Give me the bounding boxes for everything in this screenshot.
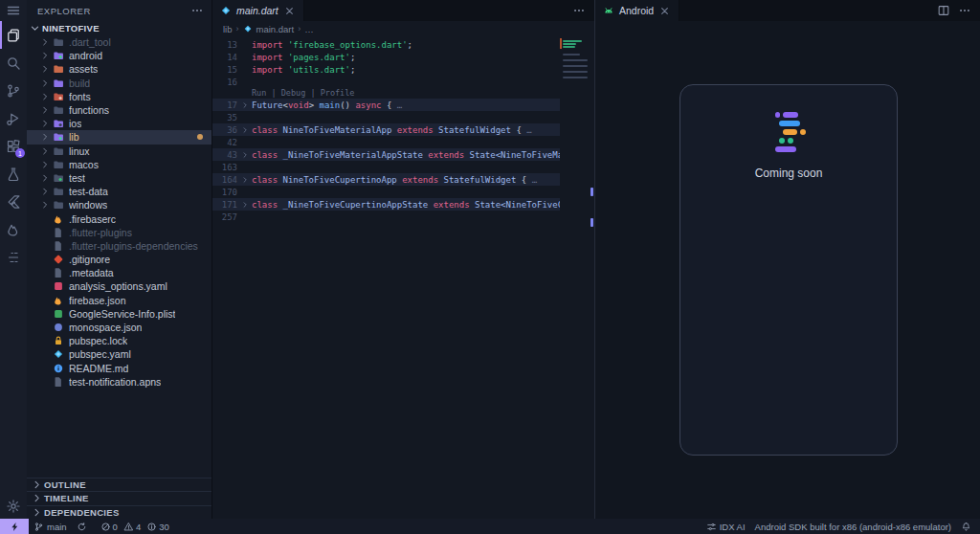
token: class: [252, 200, 283, 210]
tree-item-dart-tool[interactable]: .dart_tool: [27, 35, 212, 49]
code-line-13[interactable]: 13import 'firebase_options.dart';: [212, 38, 560, 51]
sync-button[interactable]: [72, 519, 92, 534]
fold-icon[interactable]: [237, 201, 252, 209]
folder-gray-icon: [53, 159, 64, 170]
code-line-170[interactable]: 170: [212, 186, 560, 198]
code-line-43[interactable]: 43class _NineToFiveMaterialAppState exte…: [212, 148, 560, 161]
file-gray-icon: [53, 240, 64, 252]
split-editor-icon[interactable]: [937, 4, 950, 17]
code-line-17[interactable]: 17Future<void> main() async { …: [212, 99, 560, 111]
tree-item-firebaserc[interactable]: .firebaserc: [27, 211, 212, 225]
chevron-down-icon: [30, 23, 40, 33]
activity-explorer-button[interactable]: [0, 21, 27, 49]
fold-icon[interactable]: [237, 176, 252, 184]
chevron-right-icon: [40, 92, 51, 101]
sync-icon: [77, 522, 87, 532]
tree-item-assets[interactable]: assets: [27, 62, 212, 76]
close-icon[interactable]: [658, 5, 671, 17]
code-line-171[interactable]: 171class _NineToFiveCupertinoAppState ex…: [212, 198, 560, 211]
line-number: 35: [212, 113, 237, 122]
tree-item-label: .flutter-plugins-dependencies: [69, 239, 198, 253]
close-icon[interactable]: [283, 5, 296, 17]
tree-item-test-data[interactable]: test-data: [27, 185, 212, 198]
tree-item-functions[interactable]: functions: [27, 103, 212, 117]
tree-item-fonts[interactable]: fonts: [27, 90, 212, 103]
tree-item-analysis-options-yaml[interactable]: analysis_options.yaml: [27, 279, 212, 293]
git-branch-status[interactable]: main: [29, 519, 72, 534]
notifications-button[interactable]: [956, 519, 976, 534]
token: main: [319, 100, 340, 110]
tree-item-ios[interactable]: ios: [27, 117, 212, 130]
activity-flutter-button[interactable]: [0, 188, 27, 215]
fold-icon[interactable]: [237, 151, 252, 159]
codelens[interactable]: Run | Debug | Profile: [212, 88, 560, 99]
activity-extensions-button[interactable]: 1: [0, 132, 27, 160]
code-line-257[interactable]: 257: [212, 211, 560, 223]
modified-marker: [590, 218, 593, 227]
tree-item-readme-md[interactable]: README.md: [27, 362, 212, 375]
tree-item-flutter-plugins[interactable]: .flutter-plugins: [27, 226, 212, 239]
fold-icon[interactable]: [237, 101, 252, 109]
project-root-header[interactable]: NINETOFIVE: [27, 21, 212, 35]
explorer-more-actions-icon[interactable]: [190, 4, 204, 17]
code-line-36[interactable]: 36class NineToFiveMaterialApp extends St…: [212, 123, 560, 136]
chevron-spacer: [40, 228, 51, 237]
tree-item-test-notification-apns[interactable]: test-notification.apns: [27, 375, 212, 389]
tab-android[interactable]: Android: [595, 0, 679, 21]
tree-item-linux[interactable]: linux: [27, 145, 212, 158]
breadcrumb-symbol[interactable]: …: [304, 24, 314, 34]
code-line-14[interactable]: 14import 'pages.dart';: [212, 51, 560, 63]
remote-indicator[interactable]: [0, 519, 29, 534]
tree-item-flutter-plugins-dependencies[interactable]: .flutter-plugins-dependencies: [27, 239, 212, 253]
device-selector[interactable]: Android SDK built for x86 (android-x86 e…: [750, 519, 956, 534]
token: class: [252, 175, 283, 185]
tree-item-windows[interactable]: windows: [27, 198, 212, 211]
minimap[interactable]: [563, 38, 590, 96]
tree-item-label: analysis_options.yaml: [69, 279, 167, 293]
file-gray-icon: [53, 267, 64, 278]
breadcrumb-lib[interactable]: lib: [223, 24, 233, 34]
section-timeline[interactable]: TIMELINE: [27, 491, 212, 505]
idx-ai-status[interactable]: IDX AI: [702, 519, 750, 534]
activity-search-button[interactable]: [0, 49, 27, 77]
breadcrumb-main-dart[interactable]: main.dart: [256, 24, 295, 34]
extensions-badge: 1: [15, 148, 25, 158]
section-outline[interactable]: OUTLINE: [27, 478, 212, 492]
section-dependencies[interactable]: DEPENDENCIES: [27, 505, 212, 520]
tree-item-build[interactable]: build: [27, 77, 212, 90]
tree-item-gitignore[interactable]: .gitignore: [27, 253, 212, 266]
code-line-163[interactable]: 163: [212, 161, 560, 173]
code-line-16[interactable]: 16: [212, 76, 560, 88]
activity-idx-button[interactable]: [0, 243, 27, 271]
activity-settings-button[interactable]: [0, 496, 27, 517]
more-actions-icon[interactable]: [958, 4, 971, 17]
activity-testing-button[interactable]: [0, 160, 27, 188]
activity-run-debug-button[interactable]: [0, 104, 27, 132]
flutter-icon: [6, 194, 21, 210]
code-line-35[interactable]: 35: [212, 111, 560, 123]
warning-icon: [123, 522, 134, 532]
tree-item-pubspec-yaml[interactable]: pubspec.yaml: [27, 347, 212, 361]
tree-item-lib[interactable]: lib: [27, 130, 212, 144]
code-line-164[interactable]: 164class NineToFiveCupertinoApp extends …: [212, 173, 560, 186]
tree-item-metadata[interactable]: .metadata: [27, 266, 212, 279]
code-line-15[interactable]: 15import 'utils.dart';: [212, 63, 560, 76]
tree-item-pubspec-lock[interactable]: pubspec.lock: [27, 334, 212, 347]
tree-item-test[interactable]: test: [27, 171, 212, 185]
tree-item-macos[interactable]: macos: [27, 158, 212, 171]
activity-menu-button[interactable]: [0, 0, 27, 21]
tree-item-android[interactable]: android: [27, 49, 212, 62]
tree-item-googleservice-info-plist[interactable]: GoogleService-Info.plist: [27, 307, 212, 321]
token: _NineToFiveCupertinoAppState: [283, 200, 434, 210]
activity-source-control-button[interactable]: [0, 77, 27, 104]
tree-item-firebase-json[interactable]: firebase.json: [27, 294, 212, 307]
chevron-right-icon: [32, 507, 42, 518]
modified-dot: [197, 134, 203, 140]
problems-status[interactable]: 0 4 30: [92, 519, 174, 534]
fold-icon[interactable]: [237, 126, 252, 134]
activity-firebase-button[interactable]: [0, 215, 27, 243]
code-line-42[interactable]: 42: [212, 136, 560, 148]
more-actions-icon[interactable]: [572, 4, 586, 17]
tab-main-dart[interactable]: main.dart: [212, 0, 304, 21]
tree-item-monospace-json[interactable]: monospace.json: [27, 321, 212, 334]
